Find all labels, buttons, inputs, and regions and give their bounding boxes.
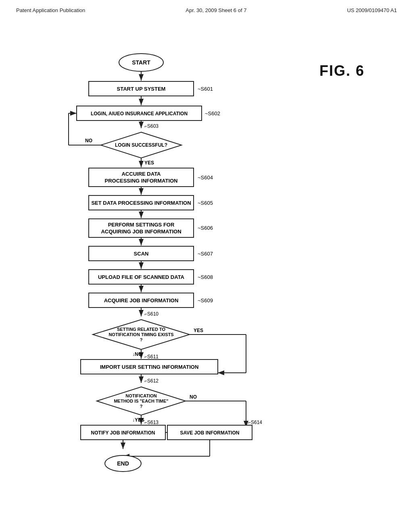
s604-text2: PROCESSING INFORMATION (104, 178, 177, 184)
s603-diamond-text: LOGIN SUCCESSFUL? (115, 142, 167, 148)
s609-text: ACQUIRE JOB INFORMATION (104, 297, 179, 303)
s612-yes: ↓YES (132, 417, 144, 423)
s604-text1: ACCUIRE DATA (121, 171, 161, 177)
s612-diamond-text2: METHOD IS "EACH TIME" (114, 399, 168, 403)
header-middle: Apr. 30, 2009 Sheet 6 of 7 (186, 7, 246, 13)
flowchart: START START UP SYSTEM ~S601 LOGIN, AIUEO… (32, 44, 335, 512)
s610-diamond-text3: ? (140, 337, 143, 342)
s613-text: NOTIFY JOB INFORMATION (91, 430, 155, 436)
start-label: START (132, 59, 150, 66)
s612-diamond-text1: NOTIFICATION (125, 393, 156, 398)
s614-label: ⌐S614 (248, 420, 262, 425)
s606-text1: PERFORM SETTINGS FOR (108, 222, 175, 228)
s603-no: NO (85, 138, 92, 143)
s609-label: ~S609 (198, 297, 213, 303)
header-left: Patent Application Publication (16, 7, 85, 13)
page-header: Patent Application Publication Apr. 30, … (0, 0, 413, 17)
s608-label: ~S608 (198, 274, 213, 280)
s605-label: ~S605 (198, 200, 213, 206)
header-right: US 2009/0109470 A1 (347, 7, 397, 13)
s603-label: ⌐S603 (144, 123, 159, 129)
s603-yes: YES (144, 160, 154, 166)
s614-text: SAVE JOB INFORMATION (180, 430, 240, 436)
s610-diamond-text1: SETTING RELATED TO (117, 327, 165, 332)
s611-text: IMPORT USER SETTING INFORMATION (100, 364, 199, 370)
s610-yes: YES (194, 328, 203, 333)
s610-diamond-text2: NOTIFICATION TIMING EXISTS (108, 332, 173, 337)
s607-text: SCAN (134, 251, 149, 257)
s602-label: ~S602 (205, 110, 220, 116)
s612-label: ⌐S612 (144, 378, 159, 384)
s604-label: ~S604 (198, 175, 213, 181)
s602-text: LOGIN, AIUEO INSURANCE APPLICATION (91, 111, 188, 116)
s601-label: ~S601 (198, 86, 213, 92)
s613-label-arrow: ⌐S613 (144, 420, 159, 425)
s611-label: ⌐S611 (144, 354, 159, 360)
s608-text: UPLOAD FILE OF SCANNED DATA (98, 274, 185, 280)
s610-label-arrow: ⌐S610 (144, 311, 159, 317)
s610-no: ↓NO (132, 351, 142, 357)
s612-no: NO (190, 394, 197, 400)
s612-diamond-text3: ? (140, 404, 143, 409)
s606-text2: ACQUIRING JOB INFORMATION (101, 229, 181, 235)
end-label: END (117, 460, 129, 467)
s607-label: ~S607 (198, 251, 213, 257)
s601-text: START UP SYSTEM (117, 86, 166, 92)
s605-text: SET DATA PROCESSING INFORMATION (91, 200, 191, 206)
s606-label: ~S606 (198, 225, 213, 231)
